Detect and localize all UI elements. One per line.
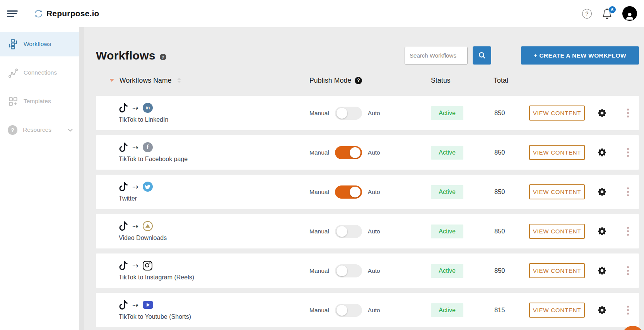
view-content-button[interactable]: VIEW CONTENT bbox=[529, 224, 585, 239]
flow-arrow-icon: ⇢ bbox=[132, 144, 138, 151]
publish-mode-toggle[interactable] bbox=[335, 185, 362, 199]
publish-mode-toggle[interactable] bbox=[335, 225, 362, 238]
sidebar-item-workflows[interactable]: Workflows bbox=[0, 32, 79, 56]
total-count: 850 bbox=[494, 267, 529, 274]
row-menu-icon[interactable] bbox=[627, 148, 629, 157]
row-menu-icon[interactable] bbox=[627, 227, 629, 236]
sidebar-item-resources[interactable]: ? Resources bbox=[0, 117, 79, 142]
settings-gear-icon[interactable] bbox=[598, 227, 606, 235]
tiktok-icon bbox=[119, 103, 128, 112]
flow-arrow-icon: ⇢ bbox=[132, 301, 138, 309]
manual-label: Manual bbox=[309, 189, 329, 196]
publish-mode-toggle[interactable] bbox=[335, 146, 362, 159]
column-workflows-name: Workflows Name bbox=[120, 77, 172, 85]
column-total: Total bbox=[494, 77, 508, 84]
workflow-row: ⇢ f TikTok to Facebook page Manual Auto … bbox=[96, 135, 639, 170]
main-content: Workflows ? + CREATE A NEW WORKFLOW Work… bbox=[84, 27, 644, 330]
manual-label: Manual bbox=[309, 228, 329, 235]
table-header: Workflows Name Publish Mode ? Status Tot… bbox=[96, 74, 639, 87]
settings-gear-icon[interactable] bbox=[598, 148, 606, 156]
tiktok-icon bbox=[119, 300, 128, 310]
manual-label: Manual bbox=[309, 307, 329, 314]
auto-label: Auto bbox=[368, 189, 380, 196]
row-menu-icon[interactable] bbox=[627, 187, 629, 196]
workflow-row: ⇢ TikTok to Youtube (Shorts) Manual Auto… bbox=[96, 293, 639, 327]
settings-gear-icon[interactable] bbox=[598, 306, 606, 314]
tiktok-icon bbox=[119, 221, 128, 231]
publish-mode-toggle[interactable] bbox=[335, 304, 362, 317]
row-menu-icon[interactable] bbox=[627, 266, 629, 275]
twitter-icon bbox=[143, 182, 153, 192]
search-button[interactable] bbox=[473, 46, 491, 65]
sidebar-item-label: Connections bbox=[24, 69, 57, 76]
row-menu-icon[interactable] bbox=[627, 109, 629, 117]
templates-icon bbox=[8, 96, 18, 107]
column-status: Status bbox=[431, 77, 451, 84]
sidebar-item-label: Resources bbox=[23, 126, 51, 133]
settings-gear-icon[interactable] bbox=[598, 109, 606, 117]
sort-direction-icon[interactable] bbox=[109, 79, 114, 82]
manual-label: Manual bbox=[309, 149, 329, 156]
workflow-list: ⇢ in TikTok to LinkedIn Manual Auto Acti… bbox=[96, 96, 639, 327]
status-badge: Active bbox=[431, 185, 463, 199]
create-workflow-button[interactable]: + CREATE A NEW WORKFLOW bbox=[521, 46, 639, 65]
auto-label: Auto bbox=[368, 267, 380, 274]
scrollbar-track[interactable] bbox=[79, 27, 84, 330]
page-title: Workflows bbox=[96, 49, 155, 62]
page-title-help-icon[interactable]: ? bbox=[160, 54, 166, 60]
publish-mode-cell: Manual Auto bbox=[309, 264, 431, 277]
publish-mode-toggle[interactable] bbox=[335, 264, 362, 277]
chevron-down-icon bbox=[68, 127, 73, 132]
video-icon bbox=[143, 221, 153, 231]
workflow-row: ⇢ in TikTok to LinkedIn Manual Auto Acti… bbox=[96, 96, 639, 130]
total-count: 850 bbox=[494, 109, 529, 117]
user-avatar[interactable] bbox=[622, 6, 637, 21]
column-publish-mode: Publish Mode bbox=[309, 77, 351, 85]
tiktok-icon bbox=[119, 182, 128, 191]
publish-mode-cell: Manual Auto bbox=[309, 146, 431, 159]
brand-logo[interactable]: Repurpose.io bbox=[33, 9, 99, 19]
notifications-button[interactable]: 6 bbox=[602, 9, 612, 19]
search-icon bbox=[478, 52, 486, 59]
search-input[interactable] bbox=[405, 47, 468, 65]
view-content-button[interactable]: VIEW CONTENT bbox=[529, 303, 585, 318]
sync-arrows-icon bbox=[33, 9, 44, 19]
total-count: 850 bbox=[494, 188, 529, 196]
connections-icon bbox=[8, 68, 18, 78]
auto-label: Auto bbox=[368, 307, 380, 314]
publish-mode-toggle[interactable] bbox=[335, 107, 362, 120]
status-badge: Active bbox=[431, 303, 463, 317]
resources-icon: ? bbox=[8, 125, 17, 135]
total-count: 850 bbox=[494, 228, 529, 235]
workflow-name: TikTok to Instagram (Reels) bbox=[119, 274, 309, 281]
flow-arrow-icon: ⇢ bbox=[132, 223, 138, 230]
workflow-name: Video Downloads bbox=[119, 235, 309, 242]
publish-mode-cell: Manual Auto bbox=[309, 304, 431, 317]
sidebar-item-templates[interactable]: Templates bbox=[0, 89, 79, 114]
publish-mode-cell: Manual Auto bbox=[309, 225, 431, 238]
help-icon[interactable]: ? bbox=[582, 9, 592, 19]
workflow-row: ⇢ Twitter Manual Auto Active 850 VIEW CO… bbox=[96, 175, 639, 209]
view-content-button[interactable]: VIEW CONTENT bbox=[529, 184, 585, 199]
view-content-button[interactable]: VIEW CONTENT bbox=[529, 263, 585, 278]
facebook-icon: f bbox=[143, 142, 153, 152]
settings-gear-icon[interactable] bbox=[598, 267, 606, 275]
status-badge: Active bbox=[431, 106, 463, 120]
settings-gear-icon[interactable] bbox=[598, 188, 606, 196]
publish-mode-cell: Manual Auto bbox=[309, 107, 431, 120]
tiktok-icon bbox=[119, 261, 128, 270]
brand-name: Repurpose.io bbox=[46, 9, 99, 18]
workflow-row: ⇢ Video Downloads Manual Auto Active 850… bbox=[96, 214, 639, 248]
view-content-button[interactable]: VIEW CONTENT bbox=[529, 145, 585, 160]
hamburger-menu-icon[interactable] bbox=[7, 9, 20, 18]
view-content-button[interactable]: VIEW CONTENT bbox=[529, 105, 585, 121]
manual-label: Manual bbox=[309, 267, 329, 274]
workflow-name: Twitter bbox=[119, 195, 309, 202]
sort-toggle-icon[interactable] bbox=[177, 78, 181, 83]
flow-arrow-icon: ⇢ bbox=[132, 104, 138, 112]
row-menu-icon[interactable] bbox=[627, 306, 629, 315]
publish-mode-help-icon[interactable]: ? bbox=[355, 77, 362, 84]
sidebar-item-connections[interactable]: Connections bbox=[0, 60, 79, 85]
flow-arrow-icon: ⇢ bbox=[132, 183, 138, 191]
notification-badge: 6 bbox=[609, 6, 616, 13]
